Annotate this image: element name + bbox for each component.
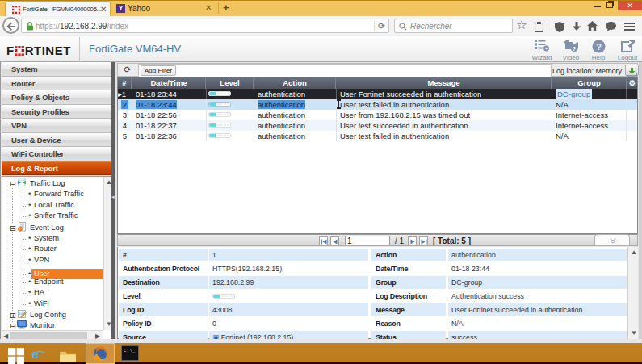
svg-text:?: ? xyxy=(572,45,576,52)
svg-text:e: e xyxy=(32,347,40,361)
svg-text:?: ? xyxy=(596,42,602,52)
